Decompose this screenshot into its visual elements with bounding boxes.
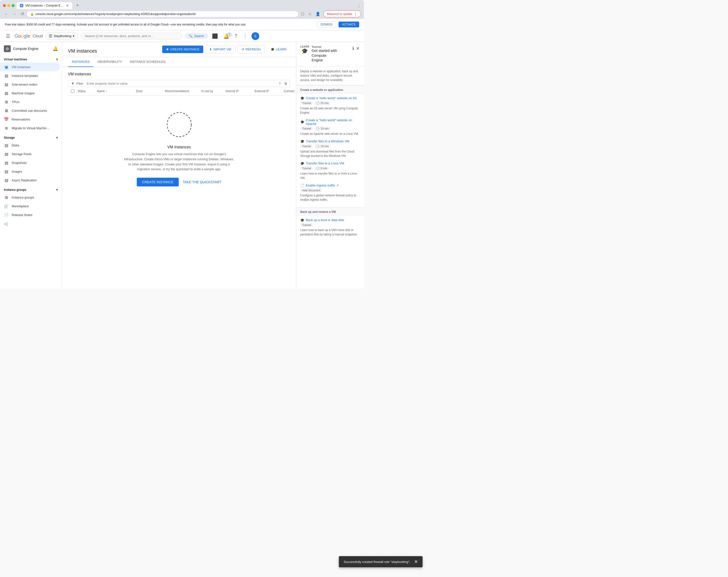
header-recommendations: Recommendations xyxy=(165,89,201,93)
sidebar-item-label: Sole-tenant nodes xyxy=(11,83,37,86)
sidebar-item-disks[interactable]: ▤ Disks xyxy=(0,141,60,150)
tutorial-apache-school-icon: 🎓 xyxy=(300,120,304,124)
notification-badge[interactable]: 🔔 1 xyxy=(222,33,231,39)
sidebar-item-label: VM instances xyxy=(11,65,30,69)
bookmark-icon[interactable]: ☆ xyxy=(307,11,313,17)
browser-tab[interactable]: G VM instances – Compute Engi… ✕ xyxy=(17,2,72,9)
create-instance-button[interactable]: ✚ CREATE INSTANCE xyxy=(162,46,203,53)
sidebar-item-tpus[interactable]: ⊞ TPUs xyxy=(0,98,60,106)
learn-button[interactable]: 🎓 LEARN xyxy=(267,46,290,53)
tutorial-link-iis[interactable]: Create a "hello world" website on IIS xyxy=(306,96,357,100)
tab-title: VM instances – Compute Engi… xyxy=(25,4,64,7)
project-name: StayBooking xyxy=(54,34,71,38)
search-bar[interactable] xyxy=(80,33,182,39)
tutorial-link-backup-disk[interactable]: Back up a boot or data disk xyxy=(306,218,344,222)
maximize-window-control[interactable] xyxy=(11,4,15,7)
filter-help-icon[interactable]: ? xyxy=(279,82,281,85)
tpus-icon: ⊞ xyxy=(4,99,9,104)
search-button[interactable]: 🔍 Search xyxy=(185,33,208,39)
browser-menu-icon[interactable]: ⋮ xyxy=(357,3,361,8)
sidebar-item-vm-instances[interactable]: ▣ VM instances xyxy=(0,62,60,71)
tutorial-section-header-create: Create a website or application xyxy=(296,85,364,93)
tutorial-link-ingress[interactable]: Enable ingress traffic ↗ xyxy=(306,184,339,187)
sidebar-collapse-btn[interactable]: ◁ xyxy=(0,219,62,228)
sidebar-item-committed-use-discounts[interactable]: ⊠ Committed use discounts xyxy=(0,106,60,115)
tutorial-time-apache: 🕐 10 min xyxy=(314,127,331,131)
activate-button[interactable]: ACTIVATE xyxy=(339,22,359,27)
google-cloud-logo: Google Cloud xyxy=(15,33,43,39)
tutorial-link-windows-transfer[interactable]: Transfer files to a Windows VM xyxy=(306,139,349,143)
avatar[interactable]: S xyxy=(252,32,259,40)
forward-button[interactable]: → xyxy=(11,11,18,17)
top-nav: ☰ Google Cloud ☰ StayBooking ▾ 🔍 Search … xyxy=(0,30,364,42)
tutorial-item-windows-transfer: 🎓 Transfer files to a Windows VM Tutoria… xyxy=(300,139,360,158)
search-input[interactable] xyxy=(85,34,178,38)
sidebar-item-release-notes[interactable]: 📄 Release Notes xyxy=(0,210,60,219)
import-vm-button[interactable]: ⬇ IMPORT VM xyxy=(205,45,235,53)
sidebar-item-async-replication[interactable]: ▤ Async Replication xyxy=(0,176,60,184)
tutorial-linux-school-icon: 🎓 xyxy=(300,161,304,165)
dismiss-button[interactable]: DISMISS xyxy=(317,21,336,28)
help-button[interactable]: ? xyxy=(233,32,239,40)
sidebar-item-machine-images[interactable]: ▤ Machine images xyxy=(0,89,60,98)
disks-icon: ▤ xyxy=(4,143,9,148)
sidebar-item-images[interactable]: ▤ Images xyxy=(0,167,60,176)
tutorial-info-button[interactable]: ℹ xyxy=(352,45,355,52)
sidebar-item-migrate-vms[interactable]: ⊛ Migrate to Virtual Machin… xyxy=(0,124,60,132)
cloud-shell-button[interactable]: ⬛ xyxy=(210,32,219,41)
take-quickstart-button[interactable]: TAKE THE QUICKSTART xyxy=(183,180,222,184)
tab-instances[interactable]: INSTANCES xyxy=(68,57,94,67)
notification-bar: Free trial status: $300.00 credit and 77… xyxy=(0,19,364,30)
columns-icon[interactable]: ⊞ xyxy=(284,82,287,85)
tabs-bar: INSTANCES OBSERVABILITY INSTANCE SCHEDUL… xyxy=(62,57,296,67)
extensions-icon[interactable]: ⬡ xyxy=(300,11,306,17)
tutorial-desc-apache: Create an Apache web server on a Linux V… xyxy=(300,132,360,136)
relaunch-button[interactable]: Relaunch to update ⋮ xyxy=(323,10,361,18)
close-window-control[interactable] xyxy=(3,4,6,7)
profile-icon[interactable]: 👤 xyxy=(314,11,322,17)
hamburger-button[interactable]: ☰ xyxy=(4,32,12,40)
search-icon: 🔍 xyxy=(189,34,192,38)
more-options-button[interactable]: ⋮ xyxy=(241,32,249,41)
tutorial-time-windows-transfer: 🕐 10 min xyxy=(314,144,331,148)
minimize-window-control[interactable] xyxy=(7,4,10,7)
refresh-button[interactable]: ↺ xyxy=(19,11,25,17)
images-icon: ▤ xyxy=(4,169,9,174)
sidebar-item-label: Reservations xyxy=(11,117,30,121)
sidebar-item-label: Instance templates xyxy=(11,74,38,78)
tutorial-ingress-doc-icon: 📄 xyxy=(300,184,304,187)
sidebar-item-instance-templates[interactable]: ▤ Instance templates xyxy=(0,71,60,80)
tab-instance-schedules[interactable]: INSTANCE SCHEDULES xyxy=(126,57,170,67)
sidebar-item-storage-pools[interactable]: ▤ Storage Pools xyxy=(0,150,60,158)
instance-groups-chevron-icon: ▾ xyxy=(56,187,58,192)
project-selector[interactable]: ☰ StayBooking ▾ xyxy=(45,32,78,40)
tutorial-badge-windows-transfer: Tutorial xyxy=(300,144,313,148)
new-tab-button[interactable]: + xyxy=(74,2,81,9)
sidebar-item-label: Storage Pools xyxy=(11,152,31,156)
sidebar-bell-icon[interactable]: 🔔 xyxy=(53,46,58,51)
sidebar-item-label: Disks xyxy=(11,143,19,147)
filter-bar[interactable]: ▼ Filter ? ⊞ xyxy=(68,80,290,87)
tutorial-link-linux-transfer[interactable]: Transfer files to a Linux VM xyxy=(306,161,344,165)
tutorial-close-button[interactable]: ✕ xyxy=(356,45,360,52)
tutorial-iis-school-icon: 🎓 xyxy=(300,96,304,100)
url-bar[interactable]: 🔒 console.cloud.google.com/compute/insta… xyxy=(27,11,298,17)
filter-input[interactable] xyxy=(87,82,277,85)
select-all-checkbox[interactable] xyxy=(68,89,78,93)
refresh-button[interactable]: ↺ REFRESH xyxy=(237,45,265,53)
sidebar-item-reservations[interactable]: 📅 Reservations xyxy=(0,115,60,124)
tutorial-desc-backup-disk: Learn how to back up a VM's boot disk or… xyxy=(300,228,360,237)
sidebar-item-marketplace[interactable]: 🛒 Marketplace xyxy=(0,202,60,210)
back-button[interactable]: ← xyxy=(3,11,10,17)
tutorial-link-apache[interactable]: Create a "hello world" website on Apache xyxy=(306,118,360,126)
tab-close-icon[interactable]: ✕ xyxy=(66,4,69,7)
header-name[interactable]: Name ↑ xyxy=(97,89,136,93)
sidebar-item-snapshots[interactable]: ▤ Snapshots xyxy=(0,158,60,167)
empty-create-instance-button[interactable]: CREATE INSTANCE xyxy=(137,178,179,186)
sidebar-item-instance-groups[interactable]: ⊞ Instance groups xyxy=(0,193,60,202)
tab-observability[interactable]: OBSERVABILITY xyxy=(94,57,126,67)
sidebar-item-sole-tenant-nodes[interactable]: ▤ Sole-tenant nodes xyxy=(0,80,60,89)
empty-state: VM Instances Compute Engine lets you use… xyxy=(68,96,290,196)
tutorial-windows-school-icon: 🎓 xyxy=(300,139,304,143)
learn-icon: 🎓 xyxy=(270,48,275,51)
